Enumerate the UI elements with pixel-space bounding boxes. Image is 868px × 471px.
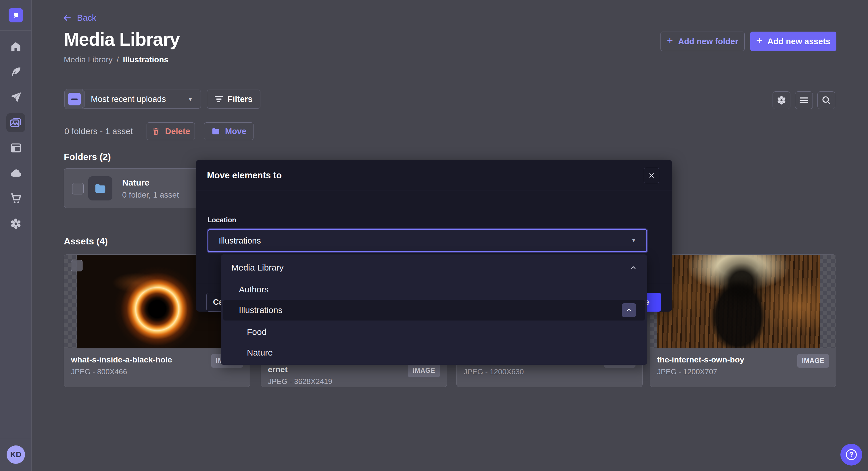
feather-icon xyxy=(9,66,22,78)
folder-checkbox[interactable] xyxy=(72,183,84,195)
asset-meta: JPEG - 1200X707 xyxy=(657,367,717,376)
dropdown-item-food[interactable]: Food xyxy=(223,322,645,342)
add-new-folder-button[interactable]: + Add new folder xyxy=(660,32,745,51)
folders-heading: Folders (2) xyxy=(64,152,111,162)
library-image xyxy=(657,255,820,348)
asset-checkbox[interactable] xyxy=(71,260,83,271)
asset-meta: JPEG - 800X466 xyxy=(71,367,127,376)
sidebar-item-content-manager[interactable] xyxy=(0,139,32,157)
list-icon xyxy=(799,95,809,106)
delete-button[interactable]: Delete xyxy=(147,122,195,140)
search-button[interactable] xyxy=(817,91,835,109)
asset-meta: JPEG - 1200X630 xyxy=(464,367,524,376)
search-icon xyxy=(821,95,832,106)
sort-value: Most recent uploads xyxy=(91,95,187,104)
sidebar-item-content-type-builder[interactable] xyxy=(0,63,32,81)
sidebar-item-settings[interactable] xyxy=(0,214,32,233)
asset-thumbnail xyxy=(650,255,836,348)
dropdown-item-label: Nature xyxy=(247,348,645,358)
plus-icon: + xyxy=(756,36,762,46)
selection-summary: 0 folders - 1 asset xyxy=(64,126,133,136)
breadcrumb-separator: / xyxy=(117,55,119,64)
select-all-checkbox[interactable] xyxy=(64,89,85,109)
list-view-button[interactable] xyxy=(795,91,813,109)
sidebar-item-home[interactable] xyxy=(0,38,32,56)
close-icon xyxy=(648,172,655,179)
breadcrumb-parent[interactable]: Media Library xyxy=(64,55,113,64)
avatar[interactable]: KD xyxy=(7,445,25,464)
dropdown-item-illustrations[interactable]: Illustrations xyxy=(223,300,645,321)
location-dropdown: Media Library Authors Illustrations Food… xyxy=(221,255,647,365)
gear-icon xyxy=(9,217,22,230)
dropdown-item-label: Authors xyxy=(239,284,645,294)
sidebar-item-deploy[interactable] xyxy=(0,164,32,182)
assets-heading: Assets (4) xyxy=(64,236,108,247)
asset-type-badge: IMAGE xyxy=(797,354,829,368)
chevron-up-icon[interactable] xyxy=(627,262,639,273)
move-label: Move xyxy=(225,127,246,136)
media-library-page: KD Back Media Library Media Library/Illu… xyxy=(0,0,868,471)
folder-thumb xyxy=(88,176,113,200)
sidebar-item-media-library[interactable] xyxy=(6,113,25,132)
back-link[interactable]: Back xyxy=(62,13,96,23)
breadcrumb-current: Illustrations xyxy=(123,55,168,64)
add-folder-label: Add new folder xyxy=(678,37,738,46)
asset-type-badge: IMAGE xyxy=(408,364,440,377)
add-new-assets-button[interactable]: + Add new assets xyxy=(750,32,836,51)
back-label: Back xyxy=(77,13,96,23)
dropdown-item-label: Media Library xyxy=(231,263,627,273)
question-mark-icon: ? xyxy=(846,449,857,460)
sidebar-item-transfer[interactable] xyxy=(0,88,32,106)
checkbox-indeterminate-icon xyxy=(68,93,81,105)
location-value: Illustrations xyxy=(219,236,631,245)
breadcrumb: Media Library/Illustrations xyxy=(64,55,168,64)
asset-title: what-s-inside-a-black-hole xyxy=(71,355,172,365)
close-button[interactable] xyxy=(644,168,659,183)
asset-meta: JPEG - 3628X2419 xyxy=(268,377,332,386)
modal-header: Move elements to xyxy=(196,160,672,191)
dropdown-item-authors[interactable]: Authors xyxy=(223,279,645,300)
sidebar-divider xyxy=(0,439,32,439)
modal-title: Move elements to xyxy=(207,170,282,181)
filters-button[interactable]: Filters xyxy=(207,90,260,108)
page-title: Media Library xyxy=(64,29,180,50)
sidebar: KD xyxy=(0,0,32,471)
collapse-children-button[interactable] xyxy=(622,303,636,317)
settings-button[interactable] xyxy=(773,91,790,109)
add-assets-label: Add new assets xyxy=(767,37,830,46)
folder-name: Nature xyxy=(122,178,150,188)
trash-icon xyxy=(151,127,160,136)
strapi-logo-icon[interactable] xyxy=(9,8,23,23)
dropdown-item-label: Illustrations xyxy=(239,305,622,315)
asset-title: the-internet-s-own-boy xyxy=(657,355,744,365)
dropdown-item-nature[interactable]: Nature xyxy=(223,342,645,363)
move-button[interactable]: Move xyxy=(204,122,253,140)
sidebar-item-marketplace[interactable] xyxy=(0,189,32,208)
layout-icon xyxy=(9,142,22,154)
delete-label: Delete xyxy=(165,127,190,136)
chevron-down-icon: ▼ xyxy=(631,238,636,243)
arrow-left-icon xyxy=(62,13,72,23)
help-button[interactable]: ? xyxy=(840,444,862,466)
filter-icon xyxy=(215,96,223,102)
plus-icon: + xyxy=(667,36,673,46)
asset-card[interactable]: the-internet-s-own-boy JPEG - 1200X707 I… xyxy=(650,255,836,387)
chevron-up-icon xyxy=(625,306,633,314)
sidebar-divider xyxy=(0,30,32,31)
dropdown-item-media-library[interactable]: Media Library xyxy=(223,257,645,278)
chevron-down-icon: ▼ xyxy=(187,96,193,103)
send-icon xyxy=(9,91,22,104)
cart-icon xyxy=(9,192,22,205)
dropdown-item-label: Food xyxy=(247,327,645,337)
media-library-icon xyxy=(9,116,23,129)
folder-meta: 0 folder, 1 asset xyxy=(122,191,179,200)
location-select[interactable]: Illustrations ▼ xyxy=(208,229,647,252)
folder-icon xyxy=(94,182,107,195)
sort-select[interactable]: Most recent uploads ▼ xyxy=(82,90,201,108)
location-label: Location xyxy=(208,216,236,224)
gear-icon xyxy=(776,95,787,106)
asset-title: ernet xyxy=(268,365,287,374)
cloud-icon xyxy=(9,167,22,179)
filters-label: Filters xyxy=(227,95,252,104)
home-icon xyxy=(9,40,22,53)
